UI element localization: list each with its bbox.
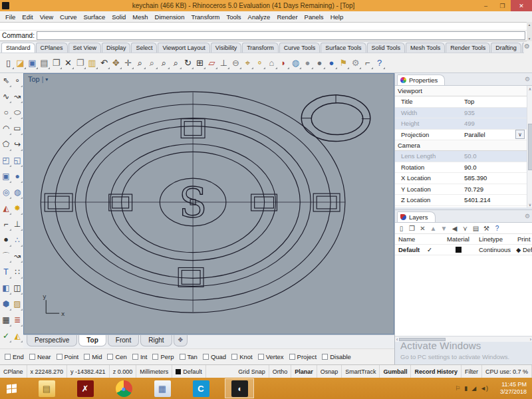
move-layer-down-icon[interactable]: ▼ (440, 225, 448, 232)
rectangle-tool-icon[interactable]: ▭ (12, 121, 23, 137)
property-value[interactable]: 90.0 (462, 164, 527, 171)
print-icon[interactable]: ▤ (39, 57, 50, 70)
circle-tool-icon[interactable]: ○ (1, 105, 12, 121)
status-grid-snap[interactable]: Grid Snap (235, 365, 269, 378)
layer-tools-icon[interactable]: ⚒ (483, 225, 490, 232)
menu-dimension[interactable]: Dimension (152, 13, 188, 21)
menu-panels[interactable]: Panels (301, 13, 327, 21)
zoom-extents-icon[interactable]: ⌕ (170, 57, 182, 70)
cplane-icon[interactable]: ⊥ (218, 57, 229, 70)
osnap-knot[interactable]: Knot (231, 353, 253, 360)
command-history[interactable] (0, 22, 527, 31)
status-z-0-000[interactable]: z 0.000 (110, 365, 137, 378)
checkbox[interactable] (152, 354, 158, 360)
shade-tool-icon[interactable]: ◭ (12, 329, 23, 344)
tab-properties[interactable]: Properties (397, 74, 445, 85)
four-viewports-icon[interactable]: ⊞ (194, 57, 205, 70)
menu-help[interactable]: Help (327, 13, 347, 21)
status-default[interactable]: Default (172, 365, 206, 378)
viewport-tab-perspective[interactable]: Perspective (27, 335, 77, 346)
speaker-icon[interactable]: ◄) (480, 385, 488, 392)
toolbar-tab-set-view[interactable]: Set View (68, 43, 101, 53)
solid-edit-tool-icon[interactable]: ⬢ (1, 297, 12, 313)
menu-surface[interactable]: Surface (80, 13, 108, 21)
network-signal-icon[interactable]: ◢ (471, 385, 476, 392)
scrollbar-thumb[interactable] (528, 124, 532, 170)
viewport-tab-top[interactable]: Top (78, 335, 106, 346)
restore-button[interactable]: ❐ (494, 0, 511, 11)
property-value[interactable]: 585.390 (462, 174, 527, 182)
curve-tool-icon[interactable]: ∿ (1, 89, 12, 105)
checkbox[interactable] (258, 354, 264, 360)
zoom-dynamic-icon[interactable]: ⌕ (134, 57, 146, 70)
viewport-tab-front[interactable]: Front (108, 335, 139, 346)
menu-edit[interactable]: Edit (19, 13, 36, 21)
status-x-22248-270[interactable]: x 22248.270 (27, 365, 68, 378)
osnap-project[interactable]: Project (289, 353, 317, 360)
menu-analyze[interactable]: Analyze (245, 13, 274, 21)
c-app-icon[interactable]: C (186, 378, 215, 398)
fillet-curve-tool-icon[interactable]: ⌒ (1, 249, 12, 265)
acrobat-icon[interactable]: ✗ (70, 378, 100, 398)
toolbar-tab-curve-tools[interactable]: Curve Tools (279, 43, 320, 53)
osnap-point[interactable]: Point (57, 353, 79, 360)
group-tool-icon[interactable]: ◧ (1, 281, 12, 297)
surface-tool-icon[interactable]: ◰ (1, 153, 12, 169)
toolbar-tab-display[interactable]: Display (102, 43, 131, 53)
viewport-title-menu[interactable]: Top | ▾ (28, 75, 48, 83)
toolbar-tab-viewport-layout[interactable]: Viewport Layout (158, 43, 209, 53)
layer-print[interactable]: ◆ Defa (516, 246, 532, 253)
chrome-icon[interactable]: ● (109, 378, 138, 398)
layer-help-icon[interactable]: ? (493, 225, 501, 232)
linear-array-tool-icon[interactable]: ≣ (12, 313, 23, 329)
named-views-icon[interactable]: ▱ (206, 57, 217, 70)
toolbar-tab-mesh-tools[interactable]: Mesh Tools (406, 43, 445, 53)
osnap-vertex[interactable]: Vertex (258, 353, 284, 360)
layer-list-icon[interactable]: ▤ (472, 225, 479, 232)
color-wheel-icon[interactable]: ◍ (290, 57, 301, 70)
fillet-edge-tool-icon[interactable]: ⌐ (1, 217, 12, 233)
menu-curve[interactable]: Curve (57, 13, 80, 21)
viewport-tab-right[interactable]: Right (140, 335, 172, 346)
status-cpu-use-0-7[interactable]: CPU use: 0.7 % (482, 365, 532, 378)
ellipsoid-tool-icon[interactable]: ◍ (12, 185, 23, 201)
patch-tool-icon[interactable]: ◱ (12, 153, 23, 169)
checkbox[interactable] (289, 354, 295, 360)
viewport-top[interactable]: Top | ▾ Syx (23, 73, 394, 334)
zoom-window-icon[interactable]: ⌕ (146, 57, 158, 70)
properties-gear-icon[interactable]: ⚙ (525, 76, 530, 82)
select-tool-icon[interactable]: ⇖ (1, 73, 12, 89)
checkbox[interactable] (203, 354, 209, 360)
osnap-mid[interactable]: Mid (84, 353, 102, 360)
rhino-app-icon[interactable]: ◖ (225, 378, 254, 398)
osnap-cen[interactable]: Cen (107, 353, 126, 360)
arc-tool-icon[interactable]: ◠ (1, 121, 12, 137)
checkbox[interactable] (84, 354, 90, 360)
layer-on-check[interactable]: ✓ (422, 246, 438, 253)
toolbar-tab-solid-tools[interactable]: Solid Tools (367, 43, 405, 53)
cylinder-tool-icon[interactable]: ◎ (1, 185, 12, 201)
mirror-tool-icon[interactable]: ◫ (12, 281, 23, 297)
scroll-left-icon[interactable]: ‹ (396, 337, 398, 342)
scroll-down-icon[interactable]: ▾ (529, 37, 531, 41)
command-scrollbar[interactable]: ▴▾ (527, 22, 532, 41)
property-value[interactable]: Parallel (462, 131, 515, 138)
toolbar-tab-visibility[interactable]: Visibility (211, 43, 241, 53)
toolbar-tab-transform[interactable]: Transform (242, 43, 279, 53)
rotate-view-icon[interactable]: ↻ (182, 57, 194, 70)
viewport-menu-arrow-icon[interactable]: ▾ (45, 76, 48, 82)
dropdown-arrow-icon[interactable]: ∨ (515, 130, 525, 139)
checkbox[interactable] (107, 354, 113, 360)
osnap-quad[interactable]: Quad (203, 353, 226, 360)
property-value[interactable]: Top (462, 98, 527, 105)
checkbox[interactable] (132, 354, 138, 360)
new-file-icon[interactable]: ▯ (3, 57, 14, 70)
blend-curve-tool-icon[interactable]: ↝ (12, 249, 23, 265)
menu-transform[interactable]: Transform (188, 13, 223, 21)
boolean-union-tool-icon[interactable]: ◭ (1, 201, 12, 217)
status-ortho[interactable]: Ortho (269, 365, 292, 378)
property-value[interactable]: 50.0 (462, 152, 527, 160)
point-cloud-tool-icon[interactable]: ∴ (12, 233, 23, 249)
unnest-layer-icon[interactable]: ◀ (451, 225, 458, 232)
array-tool-icon[interactable]: ▦ (1, 313, 12, 329)
